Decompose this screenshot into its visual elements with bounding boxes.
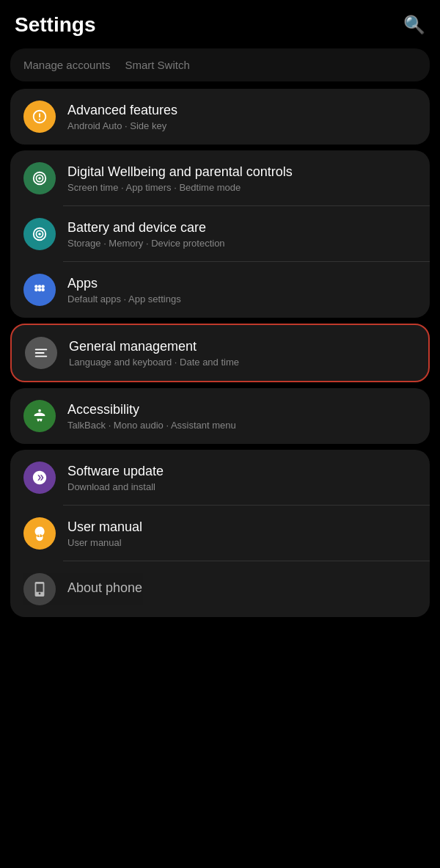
software-update-subtitle: Download and install <box>67 481 417 492</box>
svg-point-3 <box>34 288 38 292</box>
svg-point-1 <box>38 285 42 288</box>
user-manual-title: User manual <box>67 519 417 535</box>
advanced-features-icon <box>23 101 56 133</box>
card-advanced-features: Advanced features Android Auto · Side ke… <box>10 89 430 145</box>
digital-wellbeing-text: Digital Wellbeing and parental controls … <box>67 164 417 193</box>
svg-point-9 <box>38 409 41 412</box>
accessibility-icon <box>23 400 56 432</box>
advanced-features-subtitle: Android Auto · Side key <box>67 120 417 131</box>
header: Settings 🔍 <box>0 0 440 44</box>
accessibility-text: Accessibility TalkBack · Mono audio · As… <box>67 402 417 431</box>
apps-title: Apps <box>67 276 417 291</box>
general-management-icon <box>25 337 57 369</box>
accessibility-subtitle: TalkBack · Mono audio · Assistant menu <box>67 420 417 431</box>
general-management-title: General management <box>69 339 415 354</box>
settings-item-user-manual[interactable]: User manual User manual <box>10 506 430 561</box>
apps-subtitle: Default apps · App settings <box>67 293 417 304</box>
about-phone-title: About phone <box>67 580 417 596</box>
settings-item-advanced-features[interactable]: Advanced features Android Auto · Side ke… <box>10 89 430 145</box>
page-title: Settings <box>15 13 95 37</box>
card-group-2: Software update Download and install Use… <box>10 450 430 617</box>
card-accessibility: Accessibility TalkBack · Mono audio · As… <box>10 388 430 444</box>
settings-item-battery-device-care[interactable]: Battery and device care Storage · Memory… <box>10 206 430 262</box>
svg-point-4 <box>38 288 42 292</box>
digital-wellbeing-icon <box>23 162 56 194</box>
settings-item-software-update[interactable]: Software update Download and install <box>10 450 430 506</box>
digital-wellbeing-subtitle: Screen time · App timers · Bedtime mode <box>67 182 417 193</box>
battery-device-care-subtitle: Storage · Memory · Device protection <box>67 238 417 249</box>
user-manual-subtitle: User manual <box>67 537 417 548</box>
user-manual-icon <box>23 517 56 550</box>
svg-rect-6 <box>35 349 48 351</box>
about-phone-text: About phone <box>67 580 417 598</box>
top-bar-smart-switch: Smart Switch <box>125 59 189 71</box>
card-general-management-highlighted: General management Language and keyboard… <box>10 324 430 382</box>
software-update-text: Software update Download and install <box>67 464 417 492</box>
svg-point-0 <box>34 285 38 288</box>
card-group-1: Digital Wellbeing and parental controls … <box>10 150 430 318</box>
general-management-text: General management Language and keyboard… <box>69 339 415 368</box>
svg-point-2 <box>41 285 45 288</box>
software-update-icon <box>23 462 56 494</box>
settings-item-general-management[interactable]: General management Language and keyboard… <box>12 325 428 381</box>
advanced-features-title: Advanced features <box>67 103 417 118</box>
battery-device-care-title: Battery and device care <box>67 220 417 236</box>
software-update-title: Software update <box>67 464 417 479</box>
advanced-features-text: Advanced features Android Auto · Side ke… <box>67 103 417 131</box>
settings-item-digital-wellbeing[interactable]: Digital Wellbeing and parental controls … <box>10 150 430 206</box>
settings-item-apps[interactable]: Apps Default apps · App settings <box>10 262 430 318</box>
battery-device-care-text: Battery and device care Storage · Memory… <box>67 220 417 249</box>
digital-wellbeing-title: Digital Wellbeing and parental controls <box>67 164 417 180</box>
top-bar-manage-accounts: Manage accounts <box>23 59 110 71</box>
apps-text: Apps Default apps · App settings <box>67 276 417 304</box>
general-management-subtitle: Language and keyboard · Date and time <box>69 357 415 368</box>
apps-icon <box>23 274 56 306</box>
top-bar: Manage accounts Smart Switch <box>10 48 430 81</box>
svg-point-5 <box>41 288 45 292</box>
accessibility-title: Accessibility <box>67 402 417 417</box>
battery-device-care-icon <box>23 218 56 250</box>
settings-item-accessibility[interactable]: Accessibility TalkBack · Mono audio · As… <box>10 388 430 444</box>
search-icon[interactable]: 🔍 <box>403 15 425 35</box>
settings-item-about-phone[interactable]: About phone <box>10 561 430 617</box>
user-manual-text: User manual User manual <box>67 519 417 548</box>
svg-rect-8 <box>35 356 48 357</box>
svg-rect-7 <box>35 352 45 354</box>
about-phone-icon <box>23 573 56 605</box>
